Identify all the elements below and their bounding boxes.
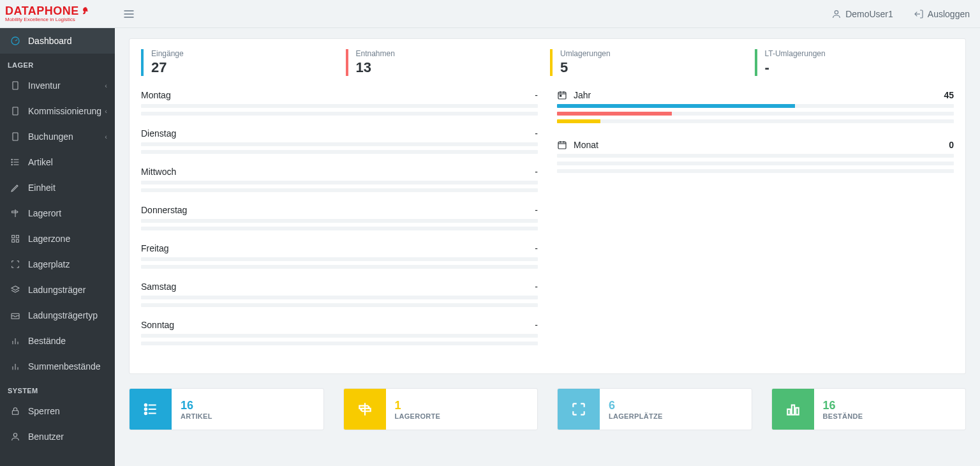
- sidebar-item-kommissionierung[interactable]: Kommissionierung ‹: [0, 98, 115, 124]
- sidebar-item-sperren[interactable]: Sperren: [0, 398, 115, 424]
- progress-bar: [141, 188, 538, 192]
- day-montag: Montag-: [141, 90, 538, 116]
- sidebar-item-ladungstraegertyp[interactable]: Ladungsträgertyp: [0, 303, 115, 328]
- clipboard-icon: [10, 132, 20, 142]
- info-tiles: 16 ARTIKEL 1 LAGERORTE 6 LAGERPLÄTZE 16 …: [129, 388, 966, 430]
- chevron-left-icon: ‹: [105, 107, 107, 115]
- tile-lagerorte[interactable]: 1 LAGERORTE: [343, 388, 538, 430]
- menu-toggle-button[interactable]: [115, 0, 143, 28]
- day-label: Sonntag: [141, 320, 174, 330]
- progress-bar: [141, 112, 538, 116]
- sidebar-item-bestaende[interactable]: Bestände: [0, 328, 115, 354]
- svg-point-41: [145, 408, 147, 410]
- sidebar-item-label: Artikel: [28, 157, 53, 167]
- sidebar-item-lagerplatz[interactable]: Lagerplatz: [0, 252, 115, 277]
- sidebar-item-dashboard[interactable]: Dashboard: [0, 28, 115, 54]
- signpost-icon: [10, 208, 20, 218]
- tile-label: ARTIKEL: [181, 412, 212, 420]
- day-total: -: [535, 282, 538, 292]
- svg-point-14: [11, 164, 12, 165]
- tile-label: LAGERPLÄTZE: [609, 412, 663, 420]
- kpi-label: LT-Umlagerungen: [765, 49, 947, 58]
- progress-bar: [141, 257, 538, 261]
- tile-value: 16: [181, 399, 212, 412]
- rooster-icon: [80, 5, 89, 17]
- sidebar-item-label: Sperren: [28, 406, 60, 416]
- period-total: 0: [949, 140, 954, 150]
- sidebar-item-label: Einheit: [28, 183, 56, 193]
- layers-icon: [10, 285, 20, 295]
- kpi-label: Entnahmen: [356, 49, 538, 58]
- days-column: Montag- Dienstag- Mittwoch- Donnerstag-: [141, 90, 538, 358]
- sidebar-item-ladungstraeger[interactable]: Ladungsträger: [0, 277, 115, 303]
- topbar: DATAPHONE Mobility Excellence in Logisti…: [0, 0, 980, 28]
- svg-point-27: [13, 433, 17, 437]
- target-icon: [570, 401, 587, 417]
- progress-bar: [141, 334, 538, 338]
- day-freitag: Freitag-: [141, 243, 538, 269]
- svg-point-42: [145, 412, 147, 414]
- sidebar-section-system: SYSTEM: [0, 379, 115, 398]
- kpi-label: Eingänge: [151, 49, 333, 58]
- list-icon: [10, 157, 20, 167]
- sidebar-item-label: Inventur: [28, 80, 61, 91]
- progress-bar: [141, 303, 538, 307]
- user-icon: [10, 432, 20, 442]
- progress-bar: [141, 142, 538, 146]
- day-total: -: [535, 243, 538, 253]
- svg-rect-17: [12, 239, 15, 242]
- progress-bar: [141, 296, 538, 299]
- logout-label: Ausloggen: [928, 9, 970, 19]
- tile-bestaende[interactable]: 16 BESTÄNDE: [771, 388, 967, 430]
- sidebar-item-label: Ladungsträgertyp: [28, 310, 98, 320]
- day-total: -: [535, 320, 538, 330]
- svg-rect-28: [558, 92, 566, 99]
- logo-text: DATAPHONE: [5, 5, 115, 17]
- sidebar-item-label: Lagerort: [28, 208, 61, 218]
- logout-icon: [914, 9, 924, 19]
- logo-subtitle: Mobility Excellence in Logistics: [5, 17, 115, 22]
- period-monat: Monat 0: [557, 140, 954, 173]
- progress-bar: [141, 104, 538, 108]
- chart-icon: [785, 401, 801, 417]
- day-donnerstag: Donnerstag-: [141, 205, 538, 230]
- day-mittwoch: Mittwoch-: [141, 167, 538, 192]
- kpi-value: 13: [356, 59, 538, 76]
- sidebar-item-label: Summenbestände: [28, 361, 101, 372]
- day-total: -: [535, 90, 538, 100]
- svg-rect-8: [13, 133, 18, 140]
- logo-main-text: DATAPHONE: [5, 5, 79, 17]
- user-name: DemoUser1: [845, 9, 893, 19]
- sidebar-item-lagerort[interactable]: Lagerort: [0, 200, 115, 226]
- tile-artikel[interactable]: 16 ARTIKEL: [129, 388, 324, 430]
- svg-rect-43: [787, 409, 790, 415]
- user-link[interactable]: DemoUser1: [821, 0, 903, 28]
- sidebar-item-summenbestaende[interactable]: Summenbestände: [0, 354, 115, 379]
- progress-bar: [141, 265, 538, 269]
- logout-link[interactable]: Ausloggen: [903, 0, 980, 28]
- sidebar-item-artikel[interactable]: Artikel: [0, 149, 115, 175]
- kpi-entnahmen: Entnahmen 13: [346, 49, 546, 76]
- sidebar-item-buchungen[interactable]: Buchungen ‹: [0, 124, 115, 149]
- sidebar-item-label: Buchungen: [28, 132, 73, 142]
- tile-lagerplaetze[interactable]: 6 LAGERPLÄTZE: [557, 388, 752, 430]
- sidebar-item-einheit[interactable]: Einheit: [0, 175, 115, 200]
- tile-label: LAGERORTE: [395, 412, 441, 420]
- progress-bar: [557, 169, 954, 173]
- signpost-icon: [357, 401, 373, 417]
- progress-bar: [557, 112, 954, 116]
- svg-rect-18: [16, 239, 19, 242]
- calendar-icon: [557, 140, 567, 150]
- chart-icon: [10, 361, 20, 372]
- progress-bar: [141, 342, 538, 345]
- progress-bar: [141, 219, 538, 223]
- kpi-row: Eingänge 27 Entnahmen 13 Umlagerungen 5 …: [141, 49, 954, 76]
- sidebar-item-benutzer[interactable]: Benutzer: [0, 424, 115, 449]
- sidebar-item-label: Lagerzone: [28, 234, 70, 244]
- logo[interactable]: DATAPHONE Mobility Excellence in Logisti…: [0, 0, 115, 28]
- sidebar-item-inventur[interactable]: Inventur ‹: [0, 73, 115, 98]
- sidebar-item-lagerzone[interactable]: Lagerzone: [0, 226, 115, 252]
- list-icon: [142, 401, 159, 417]
- kpi-value: -: [765, 59, 947, 76]
- progress-bar: [141, 181, 538, 184]
